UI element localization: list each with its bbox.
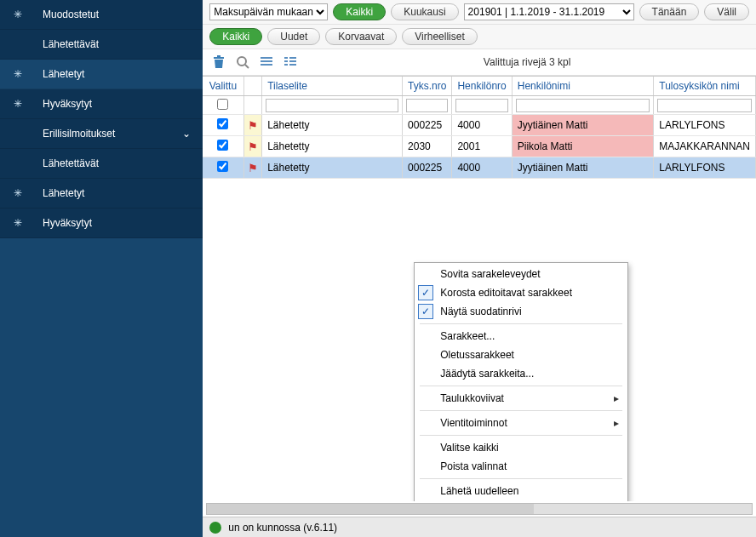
menu-item-15[interactable]: Lähetä uudelleen [415,482,627,500]
table-row[interactable]: ⚑Lähetetty0002254000Jyytiäinen MattiLARL… [203,157,755,179]
menu-item-label: Vientitoiminnot [440,417,507,429]
menu-separator [420,435,622,436]
horizontal-scrollbar[interactable] [206,503,753,515]
col-flag[interactable] [243,77,262,96]
sidebar-item-5[interactable]: Lähetettävät [0,149,203,179]
sidebar-item-1[interactable]: Lähetettävät [0,30,203,60]
col-henkno[interactable]: Henkilönro [452,77,512,96]
kaikki-button-1[interactable]: Kaikki [333,3,386,20]
cell-check[interactable] [203,115,243,136]
toolbar-filter: Kaikki Uudet Korvaavat Virheelliset [203,25,756,49]
menu-item-4[interactable]: Sarakkeet... [415,327,627,346]
sidebar-item-6[interactable]: ✳Lähetetyt [0,179,203,209]
sidebar-item-7[interactable]: ✳Hyväksytyt [0,209,203,238]
menu-item-label: Taulukkoviivat [440,392,504,404]
cell-henkno: 4000 [452,115,512,136]
period-select[interactable]: 201901 | 1.1.2019 - 31.1.2019 [464,3,634,20]
svg-rect-10 [289,60,296,62]
menu-item-5[interactable]: Oletussarakkeet [415,346,627,364]
trash-icon[interactable] [209,53,228,71]
cell-nimi: Jyytiäinen Matti [512,157,654,179]
submenu-arrow-icon: ▸ [614,392,619,404]
status-ok-icon [209,522,221,534]
chevron-down-icon: ⌄ [182,128,191,140]
status-bar: un on kunnossa (v.6.11) [203,517,756,537]
table-row[interactable]: ⚑Lähetetty20302001Piikola MattiMAJAKKARA… [203,136,755,157]
menu-item-label: Jäädytä sarakkeita... [440,368,534,380]
main-area: Maksupäivän mukaan Kaikki Kuukausi 20190… [203,0,756,537]
scroll-thumb[interactable] [207,504,534,514]
list2-icon[interactable] [281,53,300,71]
status-text: un on kunnossa (v.6.11) [228,522,337,534]
menu-item-10[interactable]: Vientitoiminnot▸ [415,414,627,432]
snowflake-icon: ✳ [12,98,24,110]
list1-icon[interactable] [257,53,276,71]
cell-tila: Lähetetty [262,157,403,179]
menu-item-12[interactable]: Valitse kaikki [415,438,627,457]
uudet-button[interactable]: Uudet [267,28,320,45]
submenu-arrow-icon: ▸ [614,417,619,429]
menu-item-label: Valitse kaikki [440,442,498,454]
sidebar-item-label: Lähetettävät [43,157,99,169]
col-yks[interactable]: Tulosyksikön nimi [654,77,756,96]
filter-tyks[interactable] [403,96,452,115]
sidebar-item-label: Lähetettävät [43,38,99,50]
kaikki-button-2[interactable]: Kaikki [209,28,262,45]
menu-item-8[interactable]: Taulukkoviivat▸ [415,389,627,408]
svg-rect-5 [261,60,272,62]
magnify-icon[interactable] [233,53,252,71]
kuukausi-button[interactable]: Kuukausi [391,3,458,20]
cell-tyks: 000225 [403,157,452,179]
virheelliset-button[interactable]: Virheelliset [402,28,477,45]
snowflake-icon: ✳ [12,187,24,199]
filter-flag[interactable] [243,96,262,115]
cell-flag[interactable]: ⚑ [243,157,262,179]
menu-item-16[interactable]: Siirrä hyväksytyksi [415,500,627,501]
sidebar-item-label: Lähetetyt [43,187,84,199]
table-row[interactable]: ⚑Lähetetty0002254000Jyytiäinen MattiLARL… [203,115,755,136]
sidebar-item-label: Muodostetut [43,9,99,20]
cell-yks: MAJAKKARANNAN [654,136,756,157]
valil-button[interactable]: Välil [704,3,749,20]
snowflake-icon: ✳ [12,68,24,80]
sidebar-item-label: Hyväksytyt [43,217,92,229]
col-tyks[interactable]: Tyks.nro [403,77,452,96]
col-tila[interactable]: Tilaselite [262,77,403,96]
filter-tila[interactable] [262,96,403,115]
tanaan-button[interactable]: Tänään [639,3,700,20]
snowflake-icon: ✳ [12,217,24,229]
menu-item-2[interactable]: ✓Näytä suodatinrivi [415,302,627,321]
check-icon: ✓ [418,304,433,319]
svg-rect-7 [284,57,288,59]
svg-rect-11 [284,64,288,66]
svg-rect-1 [217,55,220,57]
sidebar-item-2[interactable]: ✳Lähetetyt [0,60,203,89]
filter-yks[interactable] [654,96,756,115]
sidebar-item-3[interactable]: ✳Hyväksytyt [0,89,203,119]
menu-item-0[interactable]: Sovita sarakeleveydet [415,265,627,283]
context-menu[interactable]: Sovita sarakeleveydet✓Korosta editoitava… [414,262,628,501]
sidebar-item-0[interactable]: ✳Muodostetut [0,0,203,30]
col-valittu[interactable]: Valittu [203,77,243,96]
filter-henkno[interactable] [452,96,512,115]
filter-valittu[interactable] [203,96,243,115]
cell-flag[interactable]: ⚑ [243,136,262,157]
menu-item-1[interactable]: ✓Korosta editoitavat sarakkeet [415,283,627,302]
cell-check[interactable] [203,157,243,179]
selection-status: Valittuja rivejä 3 kpl [305,56,749,68]
sidebar-item-label: Lähetetyt [43,68,84,80]
svg-rect-4 [261,57,272,59]
groupby-select[interactable]: Maksupäivän mukaan [209,3,328,20]
cell-check[interactable] [203,136,243,157]
filter-nimi[interactable] [512,96,654,115]
data-grid[interactable]: Valittu Tilaselite Tyks.nro Henkilönro H… [203,76,756,501]
menu-item-label: Poista valinnat [440,460,507,472]
cell-flag[interactable]: ⚑ [243,115,262,136]
sidebar-item-4[interactable]: Erillisilmoitukset⌄ [0,119,203,149]
menu-item-13[interactable]: Poista valinnat [415,457,627,476]
menu-item-6[interactable]: Jäädytä sarakkeita... [415,364,627,383]
menu-item-label: Sovita sarakeleveydet [440,268,540,280]
col-nimi[interactable]: Henkilönimi [512,77,654,96]
korvaavat-button[interactable]: Korvaavat [325,28,397,45]
cell-tyks: 2030 [403,136,452,157]
